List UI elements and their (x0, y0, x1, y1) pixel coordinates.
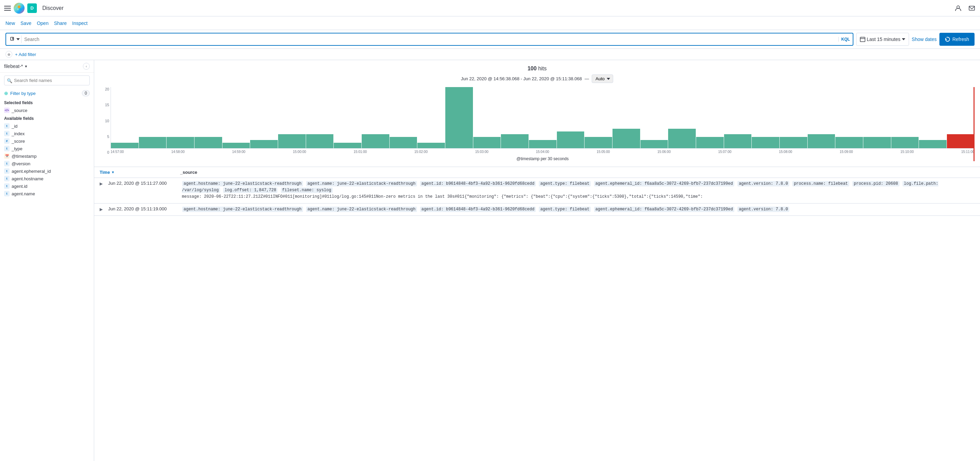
bar[interactable] (557, 131, 584, 148)
bar[interactable] (668, 129, 696, 148)
bar[interactable] (278, 134, 306, 148)
filter-options-icon[interactable]: ⊖ (5, 51, 12, 58)
list-item[interactable]: t _index (0, 130, 94, 137)
bar[interactable] (863, 137, 891, 148)
share-button[interactable]: Share (54, 21, 67, 26)
bar[interactable] (724, 134, 752, 148)
filter-count-badge: 0 (82, 90, 90, 96)
list-item[interactable]: t agent.ephemeral_id (0, 167, 94, 175)
elastic-logo (14, 3, 25, 14)
user-icon[interactable] (954, 4, 962, 12)
bar[interactable] (334, 143, 361, 148)
source-value: agent.hostname: june-22-elasticstack-rea… (182, 181, 975, 201)
list-item[interactable]: 📅 @timestamp (0, 152, 94, 160)
source-value: agent.hostname: june-22-elasticstack-rea… (182, 206, 975, 213)
sort-icon: ▼ (111, 171, 115, 174)
bar[interactable] (584, 137, 612, 148)
bars-container (111, 87, 975, 148)
search-input[interactable] (24, 37, 836, 42)
add-filter-button[interactable]: + Add filter (15, 52, 36, 57)
field-search-input[interactable] (4, 75, 90, 85)
bar[interactable] (250, 140, 278, 148)
time-column-header[interactable]: Time ▼ (100, 170, 175, 175)
bar[interactable] (139, 137, 167, 148)
field-name: _score (11, 139, 25, 144)
index-pattern-selector[interactable]: filebeat-* ▼ (4, 64, 28, 69)
field-type-code-icon: </> (4, 108, 10, 113)
expand-row-button[interactable]: ▶ (100, 207, 103, 212)
bar[interactable] (501, 134, 528, 148)
logo-area: D (14, 3, 37, 14)
interval-select[interactable]: Auto (592, 75, 613, 83)
bar[interactable] (529, 140, 557, 148)
field-type-t-icon: t (4, 183, 10, 189)
list-item[interactable]: t _type (0, 145, 94, 152)
table-row: ▶ Jun 22, 2020 @ 15:11:19.000 agent.host… (94, 204, 980, 216)
bar[interactable] (223, 143, 250, 148)
action-bar: New Save Open Share Inspect (0, 16, 980, 30)
filter-by-type-button[interactable]: ⊕ Filter by type (4, 91, 35, 96)
refresh-button[interactable]: Refresh (939, 33, 975, 46)
bar[interactable] (696, 137, 724, 148)
bar[interactable] (473, 137, 501, 148)
bar[interactable] (417, 143, 445, 148)
expand-row-button[interactable]: ▶ (100, 181, 103, 186)
list-item[interactable]: # _score (0, 137, 94, 145)
field-name: @timestamp (11, 154, 37, 159)
list-item[interactable]: t agent.hostname (0, 175, 94, 182)
bar[interactable] (891, 137, 919, 148)
bar[interactable] (362, 134, 389, 148)
field-type-t-icon: t (4, 161, 10, 166)
selected-field-source[interactable]: </> _source (0, 107, 94, 114)
app-icon: D (27, 3, 37, 13)
collapse-sidebar-button[interactable]: ‹ (83, 63, 90, 70)
kql-badge[interactable]: KQL (838, 37, 850, 41)
field-type-t-icon: t (4, 176, 10, 181)
search-wrapper: KQL (5, 33, 853, 46)
new-button[interactable]: New (5, 21, 15, 26)
nav-right (954, 4, 976, 12)
mail-icon[interactable] (968, 4, 976, 12)
source-column-header: _source (180, 170, 975, 175)
field-type-calendar-icon: 📅 (4, 153, 10, 159)
svg-point-1 (17, 8, 19, 10)
filter-type-row: ⊕ Filter by type 0 (0, 88, 94, 98)
y-axis: 20 15 10 5 0 (100, 87, 109, 161)
bar[interactable] (752, 137, 780, 148)
bar[interactable] (167, 137, 194, 148)
inspect-button[interactable]: Inspect (72, 21, 88, 26)
list-item[interactable]: t agent.name (0, 190, 94, 197)
bar[interactable] (306, 134, 334, 148)
show-dates-button[interactable]: Show dates (912, 37, 937, 42)
bar[interactable] (194, 137, 222, 148)
field-type-t-icon: t (4, 123, 10, 129)
time-picker[interactable]: Last 15 minutes (856, 33, 909, 46)
top-nav: D Discover (0, 0, 980, 16)
bar[interactable] (919, 140, 947, 148)
field-name: _id (11, 124, 18, 129)
bar[interactable] (612, 129, 640, 148)
content-area: 100 hits Jun 22, 2020 @ 14:56:38.068 - J… (94, 60, 980, 461)
sidebar: filebeat-* ▼ ‹ 🔍 ⊕ Filter by type 0 Sele… (0, 60, 94, 461)
time-value: Jun 22, 2020 @ 15:11:27.000 (108, 181, 177, 186)
chart-wrapper: 20 15 10 5 0 14:57:00 14:58:00 14:59:00 … (100, 87, 975, 161)
list-item[interactable]: t @version (0, 160, 94, 167)
index-chevron-icon: ▼ (24, 65, 28, 68)
open-button[interactable]: Open (37, 21, 48, 26)
bar[interactable] (835, 137, 863, 148)
field-type-t-icon: t (4, 191, 10, 196)
bar[interactable] (947, 134, 975, 148)
bar[interactable] (390, 137, 417, 148)
bar[interactable] (808, 134, 835, 148)
bar[interactable] (445, 87, 473, 148)
bar[interactable] (641, 140, 668, 148)
list-item[interactable]: t _id (0, 122, 94, 130)
bar[interactable] (111, 143, 138, 148)
save-button[interactable]: Save (21, 21, 32, 26)
bar[interactable] (780, 137, 807, 148)
field-name: agent.ephemeral_id (11, 169, 51, 174)
hamburger-icon[interactable] (4, 5, 11, 11)
svg-point-2 (19, 8, 22, 10)
search-selector[interactable] (9, 35, 22, 43)
list-item[interactable]: t agent.id (0, 182, 94, 190)
